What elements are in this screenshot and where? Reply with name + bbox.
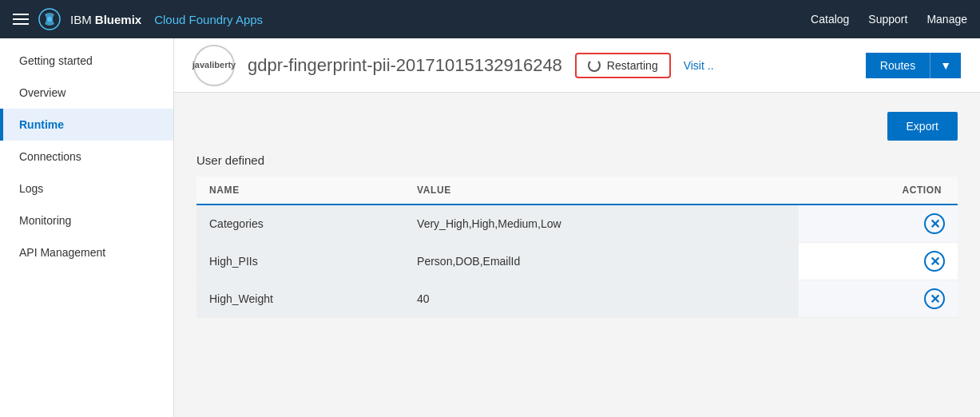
export-button[interactable]: Export (887, 112, 958, 141)
brand-name: IBM Bluemix (70, 13, 141, 26)
value-cell: Person,DOB,EmailId (404, 243, 799, 280)
spin-icon (588, 59, 601, 72)
remove-icon[interactable]: ✕ (924, 251, 945, 272)
name-cell: High_PIIs (196, 243, 404, 280)
col-header-action: ACTION (799, 177, 958, 205)
logo (38, 8, 61, 30)
support-link[interactable]: Support (868, 13, 907, 26)
app-header: java liberty gdpr-fingerprint-pii-201710… (174, 38, 980, 93)
sidebar-item-logs[interactable]: Logs (0, 173, 173, 205)
svg-point-1 (47, 17, 52, 22)
sidebar-item-connections[interactable]: Connections (0, 141, 173, 173)
sidebar-item-api-management[interactable]: API Management (0, 236, 173, 268)
col-header-name: NAME (196, 177, 404, 205)
remove-icon[interactable]: ✕ (924, 213, 945, 234)
status-label: Restarting (607, 59, 658, 72)
name-cell: High_Weight (196, 280, 404, 318)
status-badge: Restarting (575, 53, 671, 78)
sidebar-item-getting-started[interactable]: Getting started (0, 45, 173, 77)
action-cell: ✕ (799, 205, 958, 243)
remove-icon[interactable]: ✕ (924, 288, 945, 309)
catalog-link[interactable]: Catalog (811, 13, 849, 26)
sidebar-item-monitoring[interactable]: Monitoring (0, 205, 173, 236)
name-cell: Categories (196, 205, 404, 243)
routes-button[interactable]: Routes (866, 53, 930, 78)
table-row: High_PIIs Person,DOB,EmailId ✕ (196, 243, 958, 280)
top-nav-links: Catalog Support Manage (811, 13, 967, 26)
sidebar: Getting started Overview Runtime Connect… (0, 38, 174, 417)
manage-link[interactable]: Manage (926, 13, 967, 26)
table-row: Categories Very_High,High,Medium,Low ✕ (196, 205, 958, 243)
value-cell: Very_High,High,Medium,Low (404, 205, 799, 243)
visit-link[interactable]: Visit .. (684, 59, 714, 72)
section-title: User defined (196, 153, 958, 167)
content-area: java liberty gdpr-fingerprint-pii-201710… (174, 38, 980, 417)
routes-dropdown-button[interactable]: ▼ (930, 53, 961, 78)
table-row: High_Weight 40 ✕ (196, 280, 958, 318)
app-icon: java liberty (193, 45, 235, 86)
export-row: Export (196, 112, 958, 141)
app-name: gdpr-fingerprint-pii-20171015132916248 (248, 55, 562, 76)
action-cell: ✕ (799, 280, 958, 318)
col-header-value: VALUE (404, 177, 799, 205)
page-content: Export User defined NAME VALUE ACTION Ca… (174, 93, 980, 337)
hamburger-menu[interactable] (13, 14, 29, 25)
action-cell: ✕ (799, 243, 958, 280)
env-table: NAME VALUE ACTION Categories Very_High,H… (196, 177, 958, 318)
routes-button-group: Routes ▼ (866, 53, 961, 78)
top-nav: IBM Bluemix Cloud Foundry Apps Catalog S… (0, 0, 980, 38)
sidebar-item-runtime[interactable]: Runtime (0, 109, 173, 141)
sidebar-item-overview[interactable]: Overview (0, 77, 173, 109)
value-cell: 40 (404, 280, 799, 318)
subtitle: Cloud Foundry Apps (154, 13, 263, 26)
